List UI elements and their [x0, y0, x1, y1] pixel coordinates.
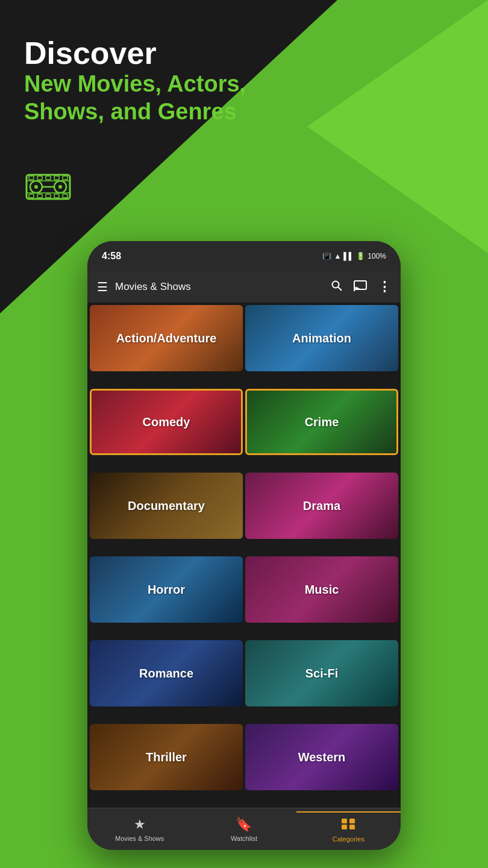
movies-nav-icon: ★: [134, 817, 146, 832]
nav-categories[interactable]: Categories: [296, 811, 401, 848]
more-options-button[interactable]: ⋮: [378, 279, 391, 295]
svg-rect-13: [29, 194, 34, 198]
svg-rect-10: [46, 176, 51, 180]
svg-rect-25: [349, 825, 355, 829]
svg-rect-14: [37, 194, 42, 198]
genre-label-scifi: Sci-Fi: [305, 667, 338, 681]
genre-scifi[interactable]: Sci-Fi: [245, 640, 398, 706]
genre-label-comedy: Comedy: [143, 415, 190, 429]
svg-line-19: [338, 287, 342, 291]
categories-nav-icon: [342, 817, 355, 833]
svg-rect-22: [342, 819, 347, 823]
genre-label-horror: Horror: [148, 583, 185, 597]
nav-watchlist[interactable]: 🔖 Watchlist: [192, 812, 296, 847]
svg-rect-8: [29, 176, 34, 180]
battery-icon: 🔋: [356, 252, 365, 260]
genre-action[interactable]: Action/Adventure: [90, 305, 243, 371]
header-subtitle: New Movies, Actors, Shows, and Genres: [24, 71, 246, 125]
toolbar-action-icons: ⋮: [331, 279, 391, 295]
genre-western[interactable]: Western: [245, 724, 398, 790]
svg-rect-12: [63, 176, 67, 180]
watchlist-nav-icon: 🔖: [236, 817, 252, 832]
nav-movies-shows[interactable]: ★ Movies & Shows: [87, 812, 192, 847]
app-title: Movies & Shows: [115, 281, 324, 293]
movies-nav-label: Movies & Shows: [115, 835, 164, 842]
signal-icon: ▌▌: [343, 252, 354, 260]
app-toolbar: ☰ Movies & Shows ⋮: [87, 271, 401, 303]
genre-label-music: Music: [305, 583, 339, 597]
battery-percent: 100%: [368, 252, 386, 260]
vibrate-icon: 📳: [322, 252, 331, 260]
genre-label-crime: Crime: [305, 415, 339, 429]
genre-label-animation: Animation: [292, 332, 351, 345]
phone-content: ☰ Movies & Shows ⋮: [87, 271, 401, 850]
genre-label-documentary: Documentary: [128, 499, 205, 513]
wifi-icon: ▲: [334, 252, 341, 260]
bottom-navigation: ★ Movies & Shows 🔖 Watchlist Categories: [87, 808, 401, 850]
watchlist-nav-label: Watchlist: [231, 835, 257, 842]
categories-nav-label: Categories: [333, 835, 364, 843]
genre-crime[interactable]: Crime: [245, 389, 398, 455]
svg-rect-11: [54, 176, 59, 180]
status-bar: 4:58 📳 ▲ ▌▌ 🔋 100%: [87, 241, 401, 271]
genre-thriller[interactable]: Thriller: [90, 724, 243, 790]
phone-time: 4:58: [102, 251, 121, 262]
phone-mockup: 4:58 📳 ▲ ▌▌ 🔋 100% ☰ Movies & Shows: [87, 241, 401, 850]
film-reel-icon: [24, 163, 72, 211]
svg-rect-24: [342, 825, 347, 829]
svg-rect-15: [46, 194, 51, 198]
status-icons: 📳 ▲ ▌▌ 🔋 100%: [322, 252, 386, 260]
svg-rect-17: [63, 194, 67, 198]
svg-point-2: [34, 185, 38, 189]
genre-comedy[interactable]: Comedy: [90, 389, 243, 455]
svg-point-18: [333, 281, 339, 288]
genre-music[interactable]: Music: [245, 556, 398, 623]
discover-title: Discover: [24, 36, 246, 71]
svg-rect-16: [54, 194, 59, 198]
genre-label-action: Action/Adventure: [116, 332, 217, 345]
genre-romance[interactable]: Romance: [90, 640, 243, 706]
genre-documentary[interactable]: Documentary: [90, 473, 243, 539]
genre-label-romance: Romance: [139, 667, 193, 681]
svg-rect-23: [349, 819, 355, 823]
genre-horror[interactable]: Horror: [90, 556, 243, 623]
menu-button[interactable]: ☰: [97, 280, 108, 294]
svg-rect-9: [37, 176, 42, 180]
cast-button[interactable]: [354, 280, 367, 294]
genre-drama[interactable]: Drama: [245, 473, 398, 539]
svg-point-4: [58, 185, 62, 189]
header-section: Discover New Movies, Actors, Shows, and …: [24, 36, 246, 125]
genre-animation[interactable]: Animation: [245, 305, 398, 371]
genre-label-drama: Drama: [303, 499, 340, 513]
genre-label-western: Western: [298, 750, 346, 764]
genre-grid: Action/AdventureAnimationComedyCrimeDocu…: [87, 303, 401, 808]
genre-label-thriller: Thriller: [146, 750, 187, 764]
search-button[interactable]: [331, 280, 343, 295]
